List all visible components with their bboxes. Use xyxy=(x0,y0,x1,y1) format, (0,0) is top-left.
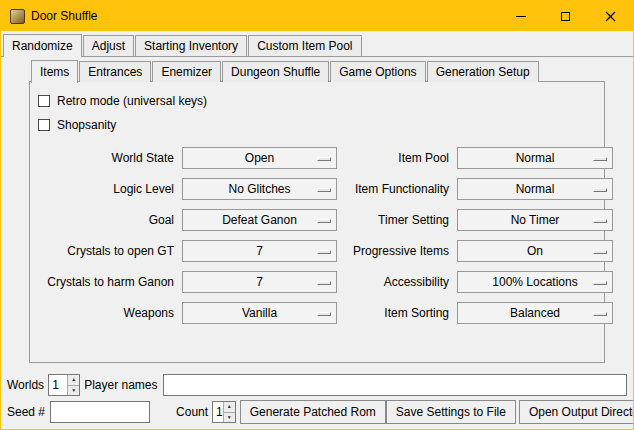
tab-game-options[interactable]: Game Options xyxy=(330,61,425,82)
world-state-value: Open xyxy=(245,151,274,165)
count-value: 1 xyxy=(213,402,223,422)
seed-row: Seed # Count 1 ▲ ▼ Generate Patched Rom … xyxy=(7,400,627,424)
goal-label: Goal xyxy=(36,213,174,227)
dropdown-indicator-icon xyxy=(317,188,331,192)
tab-enemizer[interactable]: Enemizer xyxy=(152,61,221,82)
retro-mode-checkbox[interactable] xyxy=(38,95,50,107)
maximize-button[interactable] xyxy=(543,1,588,31)
randomize-page: Items Entrances Enemizer Dungeon Shuffle… xyxy=(1,56,633,429)
count-label: Count xyxy=(176,405,208,419)
tab-entrances[interactable]: Entrances xyxy=(79,61,151,82)
dropdown-indicator-icon xyxy=(317,281,331,285)
weapons-value: Vanilla xyxy=(242,306,277,320)
spin-up-icon[interactable]: ▲ xyxy=(68,375,79,385)
weapons-label: Weapons xyxy=(36,306,174,320)
item-functionality-label: Item Functionality xyxy=(345,182,449,196)
progressive-items-value: On xyxy=(527,244,543,258)
inner-notebook: Items Entrances Enemizer Dungeon Shuffle… xyxy=(29,60,605,363)
tab-custom-item-pool[interactable]: Custom Item Pool xyxy=(248,35,361,56)
dropdown-indicator-icon xyxy=(593,188,607,192)
crystals-gt-value: 7 xyxy=(256,244,263,258)
window-controls xyxy=(498,1,633,31)
world-state-dropdown[interactable]: Open xyxy=(182,147,337,169)
item-functionality-dropdown[interactable]: Normal xyxy=(457,178,613,200)
seed-input[interactable] xyxy=(50,401,150,423)
timer-setting-dropdown[interactable]: No Timer xyxy=(457,209,613,231)
dropdown-indicator-icon xyxy=(317,250,331,254)
worlds-spinbox[interactable]: 1 ▲ ▼ xyxy=(48,374,80,396)
inner-tab-bar: Items Entrances Enemizer Dungeon Shuffle… xyxy=(31,60,540,82)
dropdown-indicator-icon xyxy=(593,281,607,285)
maximize-icon xyxy=(561,12,570,21)
retro-mode-row: Retro mode (universal keys) xyxy=(36,90,598,112)
count-spinbox[interactable]: 1 ▲ ▼ xyxy=(212,401,236,423)
shopsanity-label: Shopsanity xyxy=(57,118,116,132)
tab-adjust[interactable]: Adjust xyxy=(83,35,134,56)
worlds-spin-arrows: ▲ ▼ xyxy=(67,375,79,395)
timer-setting-label: Timer Setting xyxy=(345,213,449,227)
item-functionality-value: Normal xyxy=(516,182,555,196)
weapons-dropdown[interactable]: Vanilla xyxy=(182,302,337,324)
items-page: Retro mode (universal keys) Shopsanity W… xyxy=(29,81,605,363)
dropdown-indicator-icon xyxy=(317,157,331,161)
retro-mode-label: Retro mode (universal keys) xyxy=(57,94,207,108)
tab-randomize[interactable]: Randomize xyxy=(3,34,82,57)
player-names-label: Player names xyxy=(84,378,157,392)
progressive-items-label: Progressive Items xyxy=(345,244,449,258)
dropdown-indicator-icon xyxy=(317,219,331,223)
shopsanity-checkbox[interactable] xyxy=(38,119,50,131)
item-pool-dropdown[interactable]: Normal xyxy=(457,147,613,169)
seed-label: Seed # xyxy=(7,405,45,419)
player-names-input[interactable] xyxy=(163,374,628,396)
crystals-ganon-dropdown[interactable]: 7 xyxy=(182,271,337,293)
spin-down-icon[interactable]: ▼ xyxy=(68,385,79,396)
app-icon xyxy=(10,9,25,24)
dropdown-indicator-icon xyxy=(593,219,607,223)
crystals-gt-label: Crystals to open GT xyxy=(36,244,174,258)
options-grid: World State Open Item Pool Normal Logic … xyxy=(36,147,598,324)
dropdown-indicator-icon xyxy=(593,312,607,316)
tab-generation-setup[interactable]: Generation Setup xyxy=(427,61,539,82)
logic-level-value: No Glitches xyxy=(228,182,290,196)
tab-dungeon-shuffle[interactable]: Dungeon Shuffle xyxy=(222,61,329,82)
crystals-ganon-value: 7 xyxy=(256,275,263,289)
item-pool-value: Normal xyxy=(516,151,555,165)
logic-level-dropdown[interactable]: No Glitches xyxy=(182,178,337,200)
dropdown-indicator-icon xyxy=(317,312,331,316)
accessibility-label: Accessibility xyxy=(345,275,449,289)
minimize-icon xyxy=(516,16,526,17)
dropdown-indicator-icon xyxy=(593,250,607,254)
item-sorting-label: Item Sorting xyxy=(345,306,449,320)
crystals-gt-dropdown[interactable]: 7 xyxy=(182,240,337,262)
title-bar: Door Shuffle xyxy=(1,1,633,31)
item-sorting-dropdown[interactable]: Balanced xyxy=(457,302,613,324)
close-button[interactable] xyxy=(588,1,633,31)
accessibility-value: 100% Locations xyxy=(492,275,577,289)
progressive-items-dropdown[interactable]: On xyxy=(457,240,613,262)
save-settings-button[interactable]: Save Settings to File xyxy=(386,400,516,424)
count-spin-arrows: ▲ ▼ xyxy=(223,402,235,422)
goal-value: Defeat Ganon xyxy=(222,213,297,227)
dropdown-indicator-icon xyxy=(593,157,607,161)
tab-starting-inventory[interactable]: Starting Inventory xyxy=(135,35,247,56)
timer-setting-value: No Timer xyxy=(511,213,560,227)
item-pool-label: Item Pool xyxy=(345,151,449,165)
worlds-value: 1 xyxy=(49,375,67,395)
goal-dropdown[interactable]: Defeat Ganon xyxy=(182,209,337,231)
crystals-ganon-label: Crystals to harm Ganon xyxy=(36,275,174,289)
generate-patched-rom-button[interactable]: Generate Patched Rom xyxy=(240,400,386,424)
spin-up-icon[interactable]: ▲ xyxy=(224,402,235,412)
close-icon xyxy=(605,11,616,22)
bottom-controls: Worlds 1 ▲ ▼ Player names Seed # Count 1 xyxy=(7,370,627,424)
door-shuffle-window: Door Shuffle Randomize Adjust Starting I… xyxy=(0,0,634,430)
accessibility-dropdown[interactable]: 100% Locations xyxy=(457,271,613,293)
spin-down-icon[interactable]: ▼ xyxy=(224,412,235,423)
minimize-button[interactable] xyxy=(498,1,543,31)
item-sorting-value: Balanced xyxy=(510,306,560,320)
outer-tab-bar: Randomize Adjust Starting Inventory Cust… xyxy=(3,34,363,56)
window-title: Door Shuffle xyxy=(31,9,98,23)
open-output-directory-button[interactable]: Open Output Directory xyxy=(519,400,634,424)
tab-items[interactable]: Items xyxy=(31,60,78,83)
worlds-row: Worlds 1 ▲ ▼ Player names xyxy=(7,374,627,396)
shopsanity-row: Shopsanity xyxy=(36,114,598,136)
